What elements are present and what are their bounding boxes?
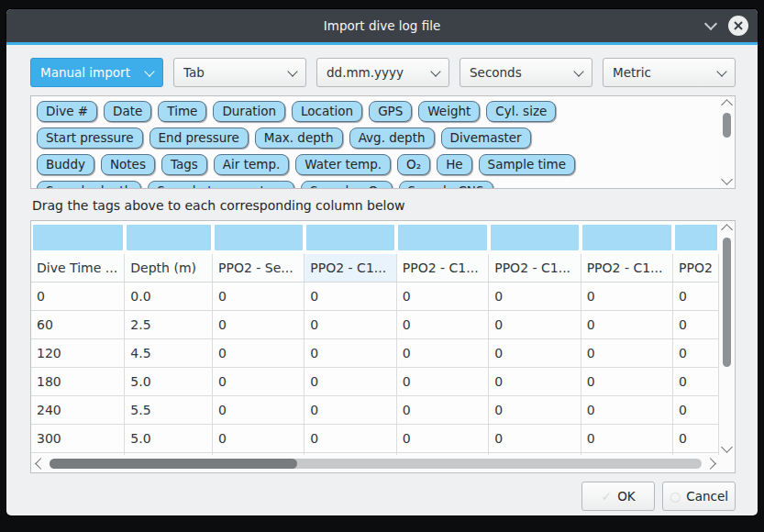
column-header[interactable]: PPO2 - C1...: [489, 254, 581, 283]
table-horizontal-scrollbar[interactable]: [32, 455, 719, 471]
tags-scroll-track[interactable]: [723, 113, 731, 172]
drag-tag[interactable]: Start pressure: [37, 127, 143, 149]
drop-target-cell[interactable]: [31, 221, 125, 254]
table-row: 1204.5000000: [31, 339, 719, 368]
table-row: 602.5000000: [31, 311, 719, 339]
drag-tag[interactable]: Tags: [161, 154, 207, 175]
scroll-up-icon[interactable]: [721, 99, 733, 111]
table-cell: 0: [304, 425, 396, 453]
table-cell: 0: [581, 339, 672, 368]
ok-check-icon: ✓: [601, 489, 612, 504]
table-cell: 0: [396, 396, 488, 425]
table-cell: 0.0: [125, 283, 213, 311]
drag-tag[interactable]: Max. depth: [255, 127, 343, 149]
drag-tag[interactable]: Avg. depth: [349, 127, 435, 149]
chevron-down-icon: [716, 66, 726, 76]
hscroll-thumb[interactable]: [50, 459, 297, 469]
table-vertical-scrollbar[interactable]: [719, 222, 734, 455]
drag-tag[interactable]: Dive #: [37, 101, 97, 122]
table-cell: 5.5: [125, 396, 213, 425]
column-header[interactable]: PPO2 - C1...: [396, 254, 488, 283]
drag-tag[interactable]: Duration: [213, 101, 285, 122]
table-cell: 0: [489, 396, 581, 425]
drop-target-area[interactable]: [582, 225, 670, 250]
drop-target-area[interactable]: [127, 225, 211, 250]
combobox-value: Seconds: [470, 65, 575, 80]
drag-tag[interactable]: Sample time: [479, 154, 575, 175]
tag-row-3: Sample depthSample temperatureSample pO₂…: [37, 181, 719, 188]
combobox-value: dd.mm.yyyy: [327, 65, 432, 80]
drop-target-cell[interactable]: [125, 221, 213, 254]
ok-button[interactable]: ✓ OK: [581, 482, 655, 511]
table-cell: 0: [213, 283, 304, 311]
drag-tag[interactable]: Sample depth: [37, 181, 141, 188]
drag-tag[interactable]: Cyl. size: [486, 101, 556, 122]
drag-tag[interactable]: Date: [104, 101, 151, 122]
cancel-icon: ○: [670, 489, 681, 504]
drag-tag[interactable]: End pressure: [149, 127, 249, 149]
scroll-right-icon[interactable]: [704, 458, 716, 470]
drag-tag[interactable]: Sample pO₂: [301, 181, 393, 188]
drag-tag[interactable]: Divemaster: [441, 127, 531, 149]
drop-target-area[interactable]: [675, 225, 717, 250]
scroll-left-icon[interactable]: [35, 458, 47, 470]
combobox-2[interactable]: dd.mm.yyyy: [316, 58, 449, 87]
cancel-button[interactable]: ○ Cancel: [662, 482, 736, 511]
drop-target-area[interactable]: [398, 225, 486, 250]
tags-scroll-thumb[interactable]: [723, 113, 731, 138]
scroll-down-icon[interactable]: [721, 441, 733, 453]
combobox-1[interactable]: Tab: [173, 58, 306, 87]
drag-tag[interactable]: Location: [292, 101, 362, 122]
combobox-4[interactable]: Metric: [603, 58, 736, 87]
table-cell: 0: [304, 396, 396, 425]
drag-tag[interactable]: Sample CNS: [399, 181, 493, 188]
hscroll-track[interactable]: [50, 459, 702, 469]
table-cell: 0: [581, 368, 672, 396]
drag-tag[interactable]: O₂: [397, 154, 430, 175]
column-header[interactable]: PPO2 - C1...: [581, 254, 672, 283]
drop-target-area[interactable]: [33, 225, 123, 250]
drag-tag[interactable]: Notes: [101, 154, 155, 175]
drop-target-cell[interactable]: [489, 221, 581, 254]
table-cell: 0: [673, 368, 719, 396]
drop-target-cell[interactable]: [396, 221, 488, 254]
column-header[interactable]: PPO2: [673, 254, 719, 283]
drop-target-cell[interactable]: [213, 221, 304, 254]
drag-tag[interactable]: Time: [158, 101, 206, 122]
column-header[interactable]: PPO2 - Se...: [213, 254, 304, 283]
ok-button-label: OK: [617, 489, 635, 504]
drop-target-area[interactable]: [215, 225, 303, 250]
table-cell: 0: [489, 339, 581, 368]
close-button[interactable]: [728, 16, 748, 36]
table-cell: 0: [396, 368, 488, 396]
table-cell: 0: [396, 425, 488, 453]
table-scroll-thumb[interactable]: [723, 238, 731, 367]
combobox-3[interactable]: Seconds: [460, 58, 592, 87]
table-cell: 5.0: [125, 425, 213, 453]
column-header[interactable]: PPO2 - C1...: [304, 254, 396, 283]
drag-tag[interactable]: Water temp.: [295, 154, 391, 175]
column-header[interactable]: Depth (m): [125, 254, 213, 283]
scroll-up-icon[interactable]: [721, 224, 733, 236]
drag-tag[interactable]: GPS: [369, 101, 412, 122]
table-scroll-track[interactable]: [723, 238, 731, 439]
drop-target-cell[interactable]: [673, 221, 719, 254]
drag-tag[interactable]: Sample temperature: [148, 181, 294, 188]
drag-tag[interactable]: Buddy: [37, 154, 94, 175]
column-header[interactable]: Dive Time ...: [31, 254, 125, 283]
chevron-down-icon[interactable]: [704, 17, 717, 30]
drop-target-area[interactable]: [491, 225, 579, 250]
titlebar[interactable]: Import dive log file: [6, 9, 758, 42]
drag-tag[interactable]: Weight: [418, 101, 480, 122]
drag-tag[interactable]: Air temp.: [214, 154, 289, 175]
import-preview-table: Dive Time ...Depth (m)PPO2 - Se...PPO2 -…: [31, 221, 719, 455]
drop-target-cell[interactable]: [581, 221, 672, 254]
scroll-down-icon[interactable]: [721, 173, 733, 185]
combobox-0[interactable]: Manual import: [30, 58, 163, 87]
scrollbar-corner: [719, 455, 734, 471]
tags-vertical-scrollbar[interactable]: [719, 97, 734, 187]
drop-target-area[interactable]: [306, 225, 394, 250]
drag-tag[interactable]: He: [437, 154, 471, 175]
drop-target-cell[interactable]: [304, 221, 396, 254]
chevron-down-icon: [287, 66, 297, 76]
